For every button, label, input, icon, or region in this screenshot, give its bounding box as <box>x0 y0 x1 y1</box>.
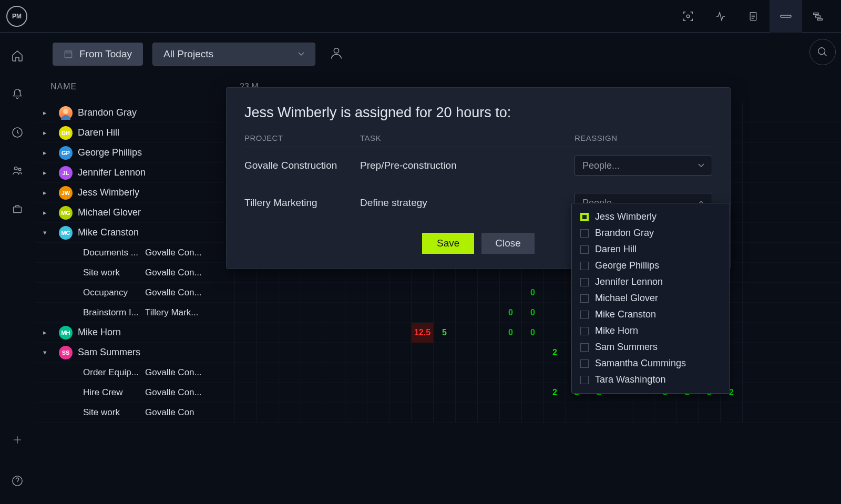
add-icon[interactable] <box>10 433 25 447</box>
grid-cell[interactable] <box>543 323 566 343</box>
people-option[interactable]: Jennifer Lennon <box>572 274 730 290</box>
grid-cell[interactable] <box>345 383 367 403</box>
grid-cell[interactable] <box>279 403 301 423</box>
grid-cell[interactable] <box>499 383 521 403</box>
grid-cell[interactable] <box>367 363 389 383</box>
grid-cell[interactable] <box>455 363 477 383</box>
people-option[interactable]: Mike Cranston <box>572 306 730 323</box>
grid-cell[interactable] <box>543 303 566 323</box>
checkbox[interactable] <box>580 229 589 238</box>
grid-cell[interactable] <box>742 203 764 223</box>
grid-cell[interactable] <box>455 303 477 323</box>
checkbox[interactable] <box>580 294 589 303</box>
grid-cell[interactable] <box>345 303 367 323</box>
grid-cell[interactable] <box>477 303 499 323</box>
people-option[interactable]: Mike Horn <box>572 323 730 339</box>
grid-cell[interactable] <box>742 303 764 323</box>
checkbox[interactable] <box>580 327 589 335</box>
grid-cell[interactable] <box>433 403 455 423</box>
grid-cell[interactable] <box>345 403 367 423</box>
grid-cell[interactable] <box>742 363 764 383</box>
expand-chevron-icon[interactable]: ▸ <box>43 169 54 177</box>
grid-cell[interactable] <box>742 283 764 303</box>
grid-cell[interactable] <box>455 403 477 423</box>
grid-cell[interactable] <box>742 183 764 203</box>
scan-icon[interactable] <box>672 0 704 33</box>
grid-cell[interactable]: 2 <box>543 383 566 403</box>
grid-cell[interactable] <box>389 363 411 383</box>
grid-cell[interactable] <box>257 383 279 403</box>
people-icon[interactable] <box>10 163 25 178</box>
grid-cell[interactable] <box>323 363 345 383</box>
grid-cell[interactable]: 0 <box>499 323 521 343</box>
grid-cell[interactable] <box>279 343 301 363</box>
grid-cell[interactable] <box>389 343 411 363</box>
expand-chevron-icon[interactable]: ▾ <box>43 229 54 236</box>
grid-cell[interactable] <box>588 403 610 423</box>
grid-cell[interactable] <box>257 403 279 423</box>
grid-cell[interactable] <box>257 343 279 363</box>
grid-cell[interactable] <box>610 403 632 423</box>
grid-cell[interactable] <box>411 343 433 363</box>
grid-cell[interactable]: 2 <box>543 343 566 363</box>
grid-cell[interactable] <box>257 323 279 343</box>
grid-cell[interactable] <box>367 403 389 423</box>
grid-cell[interactable] <box>499 343 521 363</box>
people-option[interactable]: Michael Glover <box>572 290 730 306</box>
people-option[interactable]: Brandon Gray <box>572 225 730 241</box>
grid-cell[interactable] <box>742 103 764 123</box>
grid-cell[interactable] <box>676 403 698 423</box>
activity-icon[interactable] <box>704 0 737 33</box>
grid-cell[interactable] <box>301 283 323 303</box>
people-option[interactable]: Tara Washington <box>572 372 730 388</box>
grid-cell[interactable]: 5 <box>433 323 455 343</box>
grid-cell[interactable] <box>389 303 411 323</box>
grid-cell[interactable]: 0 <box>499 303 521 323</box>
briefcase-icon[interactable] <box>10 202 25 217</box>
grid-cell[interactable] <box>411 363 433 383</box>
grid-cell[interactable] <box>698 403 720 423</box>
grid-cell[interactable] <box>742 163 764 183</box>
grid-cell[interactable] <box>433 343 455 363</box>
grid-cell[interactable]: 0 <box>521 283 543 303</box>
people-option[interactable]: George Phillips <box>572 258 730 274</box>
grid-cell[interactable] <box>367 303 389 323</box>
grid-cell[interactable] <box>499 283 521 303</box>
grid-cell[interactable] <box>543 363 566 383</box>
grid-cell[interactable] <box>521 383 543 403</box>
grid-cell[interactable] <box>323 403 345 423</box>
grid-cell[interactable] <box>433 303 455 323</box>
grid-cell[interactable] <box>301 403 323 423</box>
grid-cell[interactable] <box>345 283 367 303</box>
grid-cell[interactable]: 0 <box>521 323 543 343</box>
grid-cell[interactable] <box>411 303 433 323</box>
grid-cell[interactable] <box>477 383 499 403</box>
home-icon[interactable] <box>10 48 25 63</box>
grid-cell[interactable] <box>323 303 345 323</box>
close-button[interactable]: Close <box>481 233 535 254</box>
grid-cell[interactable] <box>323 343 345 363</box>
grid-cell[interactable] <box>521 363 543 383</box>
grid-cell[interactable] <box>477 343 499 363</box>
grid-cell[interactable] <box>301 363 323 383</box>
checkbox[interactable] <box>580 278 589 286</box>
grid-cell[interactable] <box>411 403 433 423</box>
grid-cell[interactable]: 0 <box>521 303 543 323</box>
expand-chevron-icon[interactable]: ▸ <box>43 209 54 217</box>
grid-cell[interactable] <box>234 283 257 303</box>
checkbox[interactable] <box>580 245 589 254</box>
checkbox[interactable] <box>580 213 589 221</box>
grid-cell[interactable] <box>543 403 566 423</box>
grid-cell[interactable] <box>742 323 764 343</box>
grid-cell[interactable] <box>279 323 301 343</box>
checkbox[interactable] <box>580 311 589 319</box>
grid-cell[interactable] <box>301 343 323 363</box>
grid-cell[interactable] <box>433 383 455 403</box>
grid-cell[interactable] <box>279 303 301 323</box>
user-filter-icon[interactable] <box>329 46 344 63</box>
resource-icon[interactable] <box>770 0 802 33</box>
people-option[interactable]: Sam Summers <box>572 339 730 355</box>
grid-cell[interactable] <box>234 303 257 323</box>
grid-cell[interactable] <box>543 283 566 303</box>
expand-chevron-icon[interactable]: ▸ <box>43 328 54 336</box>
